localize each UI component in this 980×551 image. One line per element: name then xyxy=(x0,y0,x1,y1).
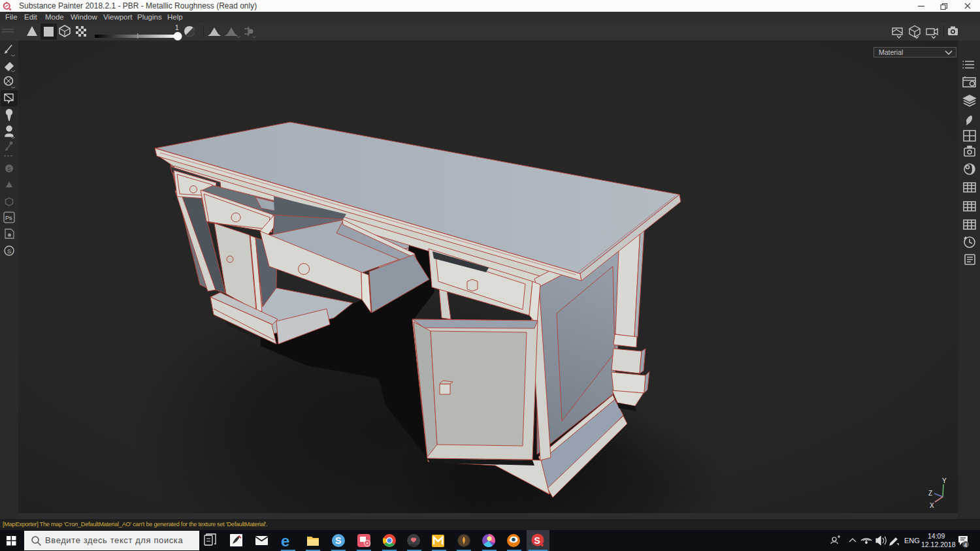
svg-text:S: S xyxy=(534,535,540,546)
svg-text:Y: Y xyxy=(942,477,947,484)
svg-text:S: S xyxy=(335,535,341,546)
svg-text:X: X xyxy=(930,502,934,509)
svg-text:Z: Z xyxy=(928,490,932,497)
svg-text:ENG: ENG xyxy=(904,537,920,544)
svg-text:14:09: 14:09 xyxy=(928,532,945,540)
svg-text:12.12.2018: 12.12.2018 xyxy=(921,541,956,548)
svg-text:S: S xyxy=(7,247,11,255)
svg-text:e: e xyxy=(281,532,289,550)
svg-text:Ps: Ps xyxy=(5,215,12,221)
svg-text:S: S xyxy=(7,166,11,172)
svg-text:1: 1 xyxy=(175,24,179,31)
svg-text:4: 4 xyxy=(964,542,968,548)
